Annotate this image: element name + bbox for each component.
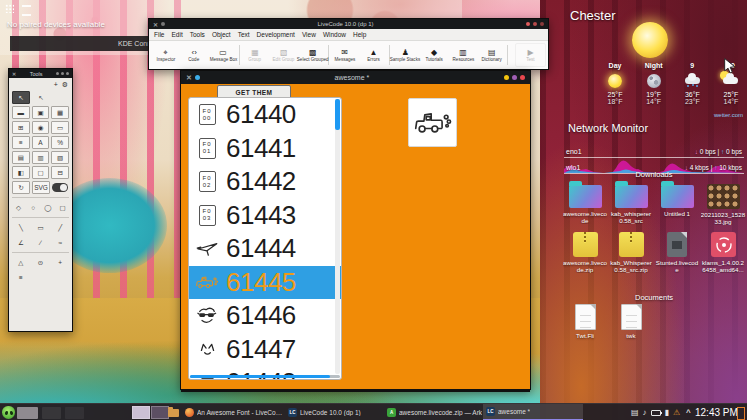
file-item[interactable]: awesome.livecode — [562, 180, 608, 225]
application-launcher-button[interactable] — [2, 404, 15, 420]
toggle-switch[interactable] — [52, 183, 68, 192]
vertical-scrollbar[interactable] — [335, 99, 340, 374]
volume-icon[interactable]: ♪ — [643, 404, 647, 420]
weather-credit-link[interactable]: wetter.com — [714, 112, 743, 118]
tool-button[interactable]: ◉ — [32, 121, 50, 134]
errors-button[interactable]: ▲ Errors — [359, 48, 388, 62]
browse-tool-button[interactable]: ↖ — [32, 91, 50, 104]
shape-oval-tool[interactable]: ◯ — [42, 201, 55, 214]
desktop-2-cell[interactable] — [151, 406, 169, 419]
tool-button[interactable]: ▬ — [12, 106, 30, 119]
tool-button[interactable]: ▭ — [51, 121, 69, 134]
scrollbar-thumb[interactable] — [335, 99, 340, 130]
minimize-icon[interactable] — [526, 22, 530, 26]
freehand-tool[interactable]: ╱ — [51, 221, 69, 234]
close-icon[interactable]: ✕ — [153, 21, 158, 28]
tool-button[interactable]: % — [51, 136, 69, 149]
awesome-titlebar[interactable]: ✕ awesome * — [181, 71, 530, 84]
tool-button[interactable]: ⊞ — [12, 121, 30, 134]
tool-button[interactable]: ⊟ — [51, 166, 69, 179]
list-item[interactable]: F002 61442 — [189, 165, 341, 199]
desktop-1-cell[interactable] — [132, 406, 150, 419]
device-icon[interactable]: ▮ — [665, 404, 669, 420]
tutorials-button[interactable]: ◆ Tutorials — [420, 48, 449, 62]
list-item[interactable]: 61446 — [189, 299, 341, 333]
tool-button[interactable]: ▦ — [51, 106, 69, 119]
svg-tool-button[interactable]: SVG — [32, 181, 50, 194]
file-item[interactable]: Untitled 1 — [654, 180, 700, 225]
rect-graphic-tool[interactable]: ▭ — [32, 221, 50, 234]
app-grid-icon[interactable] — [5, 4, 14, 13]
file-item[interactable]: 20211023_152833.jpg — [700, 180, 746, 225]
polygon-tool[interactable]: △ — [12, 256, 30, 269]
minimized-window-button[interactable] — [42, 404, 61, 420]
angle-tool[interactable]: ∠ — [12, 236, 30, 249]
menu-window[interactable]: Window — [323, 31, 346, 38]
network-warning-icon[interactable]: ⚠ — [673, 404, 680, 420]
curve-tool[interactable]: ≈ — [51, 236, 69, 249]
resources-button[interactable]: ▥ Resources — [449, 48, 478, 62]
list-item-selected[interactable]: 61445 — [189, 266, 341, 300]
tool-button[interactable]: ↻ — [12, 181, 30, 194]
file-item[interactable]: kab_whisperer 0.58_src — [608, 180, 654, 225]
maximize-icon[interactable] — [512, 75, 517, 80]
group-button[interactable]: ▦ Group — [241, 48, 270, 62]
battery-icon[interactable] — [651, 410, 661, 416]
file-manager-task[interactable] — [168, 404, 179, 420]
code-button[interactable]: ‹› Code — [180, 48, 209, 62]
tray-expander-caret[interactable]: ^ — [686, 404, 691, 420]
window-dot-icon[interactable] — [66, 72, 69, 75]
tool-button[interactable]: ▢ — [32, 166, 50, 179]
tool-button[interactable]: A — [32, 136, 50, 149]
file-item[interactable]: klams_1.4.00.26458_amd64... — [700, 228, 746, 273]
window-dot-icon[interactable] — [56, 72, 59, 75]
tool-button[interactable]: ▣ — [32, 106, 50, 119]
eraser-tool[interactable]: ≡ — [12, 271, 30, 284]
file-item[interactable]: kab_Whisperer 0.58_src.zip — [608, 228, 654, 273]
message-box-button[interactable]: ▭ Message Box — [209, 48, 238, 62]
brush-tool[interactable]: + — [51, 256, 69, 269]
menu-view[interactable]: View — [302, 31, 316, 38]
add-icon[interactable]: + — [54, 81, 58, 89]
clipboard-icon[interactable]: ▤ — [631, 404, 639, 420]
messages-button[interactable]: ✉ Messages — [330, 48, 359, 62]
menu-edit[interactable]: Edit — [171, 31, 182, 38]
tool-button[interactable]: ≡ — [12, 136, 30, 149]
file-item[interactable]: twk — [608, 304, 654, 346]
list-item[interactable]: F000 61440 — [189, 98, 341, 132]
window-dot-icon[interactable] — [61, 72, 64, 75]
pointer-tool-button[interactable]: ↖ — [12, 91, 30, 104]
file-item[interactable]: Twt.Fli — [562, 304, 608, 346]
minimize-icon[interactable] — [504, 75, 509, 80]
virtual-desktop-pager[interactable] — [132, 404, 169, 420]
show-desktop-button[interactable] — [737, 407, 745, 420]
task-ark-archive[interactable]: A awesome.livecode.zip — Ark — [384, 404, 486, 420]
list-item[interactable]: F003 61443 — [189, 199, 341, 233]
menu-tools[interactable]: Tools — [190, 31, 205, 38]
select-grouped-button[interactable]: ▩ Select Grouped — [298, 48, 327, 62]
edit-group-button[interactable]: ▧ Edit Group — [269, 48, 298, 62]
eyedropper-tool[interactable]: ⊙ — [32, 256, 50, 269]
horizontal-scrollbar[interactable] — [190, 375, 340, 378]
livecode-titlebar[interactable]: ✕ LiveCode 10.0 (dp 1) — [149, 19, 548, 29]
minimized-window-button[interactable] — [65, 404, 84, 420]
file-item[interactable]: awesome.livecode.zip — [562, 228, 608, 273]
menu-object[interactable]: Object — [212, 31, 231, 38]
tool-button[interactable]: ◧ — [12, 166, 30, 179]
shape-rect-tool[interactable]: ▢ — [56, 201, 69, 214]
menu-help[interactable]: Help — [353, 31, 366, 38]
list-item[interactable]: F001 61441 — [189, 132, 341, 166]
shape-circle-tool[interactable]: ○ — [27, 201, 40, 214]
tool-button[interactable]: ▥ — [32, 151, 50, 164]
clock[interactable]: 12:43 PM — [695, 404, 738, 420]
task-livecode-ide[interactable]: LC LiveCode 10.0 (dp 1) — [285, 404, 387, 420]
list-item[interactable]: 61444 — [189, 232, 341, 266]
scrollbar-thumb[interactable] — [190, 375, 330, 378]
menu-file[interactable]: File — [154, 31, 164, 38]
tool-button[interactable]: ▤ — [12, 151, 30, 164]
inspector-button[interactable]: ⌖ Inspector — [151, 48, 180, 62]
task-browser-forum[interactable]: An Awesome Font - LiveCode Foru... — [182, 404, 288, 420]
pencil-tool[interactable]: ∕ — [32, 236, 50, 249]
menu-text[interactable]: Text — [238, 31, 250, 38]
line-tool[interactable]: ╲ — [12, 221, 30, 234]
